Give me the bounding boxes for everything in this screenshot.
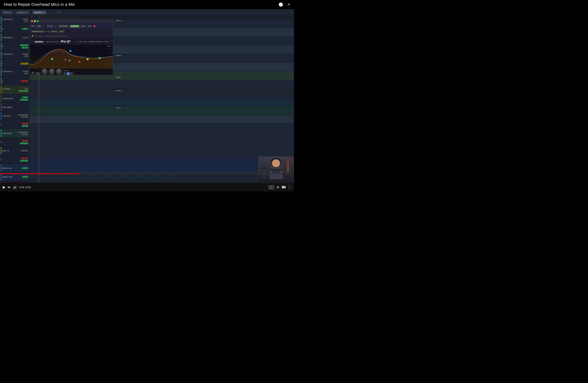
skip-button[interactable]: ⏭	[8, 185, 11, 189]
eq-fabfilter-label[interactable]: FabFilter Pro-Q 2	[31, 30, 45, 33]
volume-button[interactable]: 🔊	[13, 185, 17, 189]
track-fader[interactable]: vol -4.6	[22, 140, 28, 142]
track-toms-btn[interactable]: Toms	[24, 55, 28, 57]
track-toms-btn[interactable]: Toms	[24, 73, 28, 74]
eq-band-power-icon[interactable]	[32, 72, 34, 74]
track-row-snplate: a Sn Plate f Toms ALL DRUMS	[0, 86, 29, 94]
daw-topbar: RTS F-J SENDS A-E SENDS F-J I / O	[0, 9, 294, 16]
redo-icon[interactable]: ↪	[76, 41, 78, 43]
eq-band-next[interactable]: ▶	[67, 70, 68, 72]
svg-text:0: 0	[109, 56, 110, 57]
track-highend-btn[interactable]: HIGH END	[21, 116, 28, 118]
track-info: LINE 7-8	[2, 150, 20, 152]
fullscreen-icon[interactable]: ⛶	[288, 185, 291, 189]
eq-m-btn[interactable]: M	[67, 72, 70, 75]
track-io-btn[interactable]: Toms	[24, 88, 28, 90]
track-io-btn[interactable]: MIC/LINE/HIZ/M	[18, 132, 28, 133]
eq-node-2[interactable]	[69, 50, 71, 52]
track-pan[interactable]: +100 100+	[20, 142, 28, 144]
hz-label: 50	[43, 67, 45, 68]
track-highend-btn[interactable]: HIGH END	[21, 150, 28, 152]
ab-label[interactable]: A/B	[79, 41, 82, 43]
track-row-owadr: OWADr ALEF 0.0 P P	[0, 164, 29, 172]
track-toms-btn[interactable]: Toms	[24, 20, 28, 22]
eq-node-5[interactable]	[78, 61, 81, 63]
hd-badge[interactable]: HD	[282, 186, 285, 188]
eq-safe-button[interactable]: SAFE	[81, 25, 86, 27]
eq-gain-knob[interactable]	[49, 69, 55, 75]
track-fader[interactable]: vol -11.9	[21, 157, 28, 159]
track-fader2[interactable]: +100 100+	[20, 99, 28, 101]
eq-minimize-button[interactable]	[34, 20, 36, 22]
svg-text:-50: -50	[111, 63, 113, 64]
prev-icon[interactable]: ◀	[87, 41, 89, 43]
eq-maximize-button[interactable]	[37, 20, 39, 22]
eq-filter-type-selector[interactable]: Bell	[35, 72, 40, 75]
share-icon[interactable]: ↗	[287, 2, 290, 7]
eq-q-knob[interactable]	[56, 69, 62, 75]
eq-header-row: OH's OH's ▼ Preset ◎ | DGR Default COMPA…	[30, 23, 113, 29]
track-pan[interactable]: pan -40	[22, 125, 28, 127]
track-fader[interactable]: -3.3 +100	[21, 63, 28, 65]
track-fader[interactable]: +0.8	[22, 96, 28, 98]
eq-l-btn[interactable]: L	[63, 72, 66, 75]
tab-sends-ae[interactable]: SENDS A-E	[16, 11, 30, 14]
track-fader[interactable]: 0.0 P P	[22, 167, 28, 169]
eq-preset-name[interactable]: DGR Default	[58, 25, 69, 27]
track-label: OH's	[31, 25, 35, 27]
track-fader[interactable]: vol -2.6	[22, 122, 28, 125]
eq-band-prev[interactable]: ◀	[64, 70, 65, 72]
help-label[interactable]: Help	[104, 41, 108, 43]
svg-text:-10: -10	[108, 60, 110, 61]
eq-freq-knob[interactable]	[42, 69, 48, 75]
tab-rts[interactable]: RTS F-J	[2, 11, 13, 14]
eq-arrow-left[interactable]: ◀	[46, 31, 47, 32]
track-fader[interactable]: 0.0 P P	[22, 176, 28, 178]
track-io-btn[interactable]: no input	[22, 37, 28, 38]
track-controls: -4.3 100+	[21, 80, 28, 82]
clock-icon[interactable]: 🕐	[278, 2, 283, 7]
undo-icon[interactable]: ↩	[74, 41, 75, 43]
cc-button[interactable]: CC	[269, 185, 274, 189]
eq-node-3[interactable]	[64, 59, 66, 60]
eq-node-1[interactable]	[51, 58, 53, 60]
track-fader[interactable]: -4.3 100+	[21, 80, 28, 82]
track-info: b	[2, 80, 20, 82]
eq-track-name[interactable]: OH's	[36, 25, 42, 27]
settings-icon[interactable]: ⚙	[276, 185, 279, 189]
track-highend-btn[interactable]: HIGH END	[21, 134, 28, 135]
eq-r-btn[interactable]: R	[70, 72, 73, 75]
next-icon[interactable]: ▶	[102, 41, 103, 43]
track-all-drums[interactable]: ALL DRUMS	[18, 90, 29, 92]
eq-close-button[interactable]	[31, 20, 33, 22]
track-io-btn[interactable]: no input	[22, 71, 28, 72]
play-button[interactable]: ▶	[3, 185, 5, 189]
ruler-mark: 12	[61, 17, 62, 18]
eq-node-4[interactable]	[69, 60, 70, 61]
expand-icon[interactable]: ⛶	[109, 41, 111, 43]
eq-graph[interactable]: +20 +10 0 -10 -20 -4 -10 -20 -30	[30, 45, 113, 69]
eq-node-7[interactable]	[99, 57, 101, 59]
track-io-btn[interactable]: MIC/LINE/HIZ/M	[18, 114, 28, 116]
track-fader[interactable]: vol 0.0 0.0	[20, 44, 28, 46]
track-row: b -3.3 +100	[0, 59, 29, 68]
track-pan[interactable]: +100 100+	[20, 160, 28, 162]
eq-power-red[interactable]	[94, 25, 95, 27]
track-fader[interactable]: • 62	[22, 28, 28, 30]
eq-band-counter: 1 ◀ 3 ▶	[63, 70, 73, 72]
track-io-btn[interactable]: no input	[22, 53, 28, 55]
eq-bypass-button[interactable]: BYPASS	[50, 30, 58, 33]
eq-second-header: FabFilter Pro-Q 2 ◀ ▶ BYPASS Native	[30, 29, 113, 34]
eq-arrow-right: ▶	[48, 31, 49, 32]
progress-bar-container[interactable]	[0, 173, 294, 174]
eq-node-6[interactable]	[86, 58, 89, 60]
eq-x-close[interactable]: ✕	[74, 73, 76, 75]
eq-compare-button[interactable]: COMPARE	[70, 25, 79, 27]
track-row-drumcrus: c DRUMCRUS +0.8 +100 100+	[0, 94, 29, 103]
track-io-btn[interactable]: no input	[22, 18, 28, 20]
copy-label[interactable]: Copy	[83, 41, 86, 43]
tab-sends-fj[interactable]: SENDS F-J	[32, 11, 46, 14]
eq-gain-knob-group: GAIN -30 30 kHz	[49, 69, 55, 75]
track-pan-fader[interactable]: pan +43	[21, 47, 28, 49]
progress-bar-fill[interactable]	[0, 173, 79, 174]
